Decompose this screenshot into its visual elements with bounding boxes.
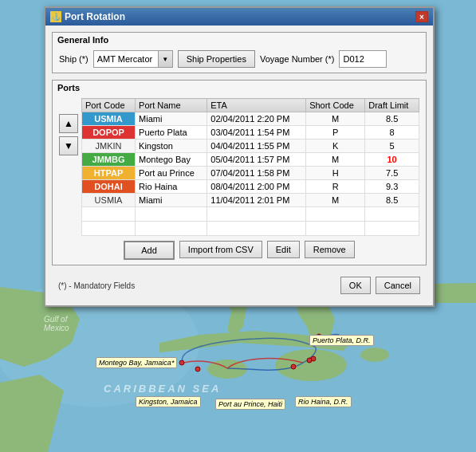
mandatory-note: (*) - Mandatory Fields (58, 281, 135, 290)
port-draft-limit-cell: 7.5 (365, 167, 419, 180)
col-port-code: Port Code (82, 99, 136, 112)
col-port-name: Port Name (136, 99, 207, 112)
port-name-cell: Montego Bay (136, 153, 207, 167)
port-short-code-cell: M (306, 153, 365, 167)
map-label-kingston: Kingston, Jamaica (136, 396, 201, 407)
table-row[interactable]: DOHAIRio Haina08/04/2011 2:00 PMR9.3 (82, 180, 419, 194)
port-name-cell: Miami (136, 194, 207, 207)
ports-label: Ports (53, 81, 426, 95)
port-name-cell: Rio Haina (136, 180, 207, 194)
ship-dropdown-arrow[interactable]: ▼ (158, 51, 172, 67)
svg-point-4 (275, 349, 347, 381)
map-label-rio-haina: Rio Haina, D.R. (295, 396, 352, 407)
port-short-code-cell: R (306, 180, 365, 194)
port-short-code-cell: K (306, 140, 365, 153)
port-eta-cell: 08/04/2011 2:00 PM (207, 180, 306, 194)
port-draft-limit-cell: 5 (365, 140, 419, 153)
general-info-section: General Info Ship (*) AMT Mercator ▼ Shi… (52, 32, 427, 73)
remove-button[interactable]: Remove (305, 241, 355, 258)
svg-point-5 (207, 360, 247, 379)
port-rotation-dialog: ⚓ Port Rotation × General Info Ship (*) … (44, 6, 435, 307)
port-eta-cell: 11/04/2011 2:01 PM (207, 194, 306, 207)
ship-label: Ship (*) (59, 54, 89, 64)
dialog-body: General Info Ship (*) AMT Mercator ▼ Shi… (45, 26, 433, 305)
ship-select[interactable]: AMT Mercator ▼ (93, 50, 173, 68)
dialog-icon: ⚓ (50, 11, 61, 22)
voyage-label: Voyage Number (*) (260, 54, 335, 64)
port-code-cell: HTPAP (82, 167, 136, 180)
table-row[interactable]: JMMBGMontego Bay05/04/2011 1:57 PMM10 (82, 153, 419, 167)
ports-table: Port Code Port Name ETA Short Code Draft… (81, 98, 419, 236)
port-draft-limit-cell: 8 (365, 126, 419, 140)
table-row-empty (82, 222, 419, 236)
col-eta: ETA (207, 99, 306, 112)
close-button[interactable]: × (415, 11, 428, 22)
table-row[interactable]: HTPAPPort au Prince07/04/2011 1:58 PMH7.… (82, 167, 419, 180)
map-label-port-au-prince: Port au Prince, Haiti (215, 399, 285, 410)
move-up-button[interactable]: ▲ (59, 114, 78, 133)
table-actions: Add Import from CSV Edit Remove (59, 241, 419, 260)
ship-select-value: AMT Mercator (94, 54, 158, 64)
port-code-cell: JMKIN (82, 140, 136, 153)
ship-properties-button[interactable]: Ship Properties (178, 50, 255, 68)
map-label-montego-bay: Montego Bay, Jamaica* (96, 357, 177, 368)
ports-content: ▲ ▼ Port Code Port Name ETA Short Code D… (53, 95, 426, 265)
general-info-label: General Info (53, 33, 426, 47)
svg-point-6 (360, 348, 389, 362)
port-code-cell: DOHAI (82, 180, 136, 194)
ports-section: Ports ▲ ▼ Port Code Port Name (52, 80, 427, 265)
port-eta-cell: 02/04/2011 2:20 PM (207, 112, 306, 126)
port-eta-cell: 05/04/2011 1:57 PM (207, 153, 306, 167)
voyage-input[interactable] (339, 50, 387, 68)
table-row[interactable]: DOPOPPuerto Plata03/04/2011 1:54 PMP8 (82, 126, 419, 140)
general-info-row: Ship (*) AMT Mercator ▼ Ship Properties … (53, 47, 426, 73)
table-row[interactable]: USMIAMiami11/04/2011 2:01 PMM8.5 (82, 194, 419, 207)
move-down-button[interactable]: ▼ (59, 136, 78, 155)
table-row-empty (82, 207, 419, 222)
col-draft-limit: Draft Limit (365, 99, 419, 112)
port-name-cell: Miami (136, 112, 207, 126)
port-name-cell: Puerto Plata (136, 126, 207, 140)
port-short-code-cell: P (306, 126, 365, 140)
col-short-code: Short Code (306, 99, 365, 112)
table-row[interactable]: USMIAMiami02/04/2011 2:20 PMM8.5 (82, 112, 419, 126)
cancel-button[interactable]: Cancel (376, 277, 420, 294)
footer-row: (*) - Mandatory Fields OK Cancel (52, 272, 427, 299)
footer-buttons: OK Cancel (340, 277, 420, 294)
port-code-cell: JMMBG (82, 153, 136, 167)
port-short-code-cell: M (306, 112, 365, 126)
caribbean-sea-label: CARIBBEAN SEA (104, 383, 221, 395)
port-code-cell: USMIA (82, 194, 136, 207)
port-name-cell: Port au Prince (136, 167, 207, 180)
import-csv-button[interactable]: Import from CSV (179, 241, 262, 258)
port-name-cell: Kingston (136, 140, 207, 153)
arrow-buttons: ▲ ▼ (59, 98, 78, 236)
port-eta-cell: 03/04/2011 1:54 PM (207, 126, 306, 140)
table-row[interactable]: JMKINKingston04/04/2011 1:55 PMK5 (82, 140, 419, 153)
port-short-code-cell: M (306, 194, 365, 207)
port-code-cell: DOPOP (82, 126, 136, 140)
port-short-code-cell: H (306, 167, 365, 180)
port-eta-cell: 07/04/2011 1:58 PM (207, 167, 306, 180)
port-draft-limit-cell: 8.5 (365, 194, 419, 207)
edit-button[interactable]: Edit (267, 241, 300, 258)
port-draft-limit-cell: 10 (365, 153, 419, 167)
gulf-label: Gulf ofMexico (44, 315, 69, 332)
title-bar: ⚓ Port Rotation × (45, 8, 433, 26)
map-label-puerto-plata: Puerto Plata, D.R. (309, 335, 374, 346)
port-draft-limit-cell: 8.5 (365, 112, 419, 126)
ok-button[interactable]: OK (340, 277, 371, 294)
port-draft-limit-cell: 9.3 (365, 180, 419, 194)
ports-table-container: ▲ ▼ Port Code Port Name ETA Short Code D… (59, 98, 419, 236)
port-eta-cell: 04/04/2011 1:55 PM (207, 140, 306, 153)
add-button[interactable]: Add (124, 241, 175, 260)
dialog-title: Port Rotation (65, 11, 125, 22)
port-code-cell: USMIA (82, 112, 136, 126)
